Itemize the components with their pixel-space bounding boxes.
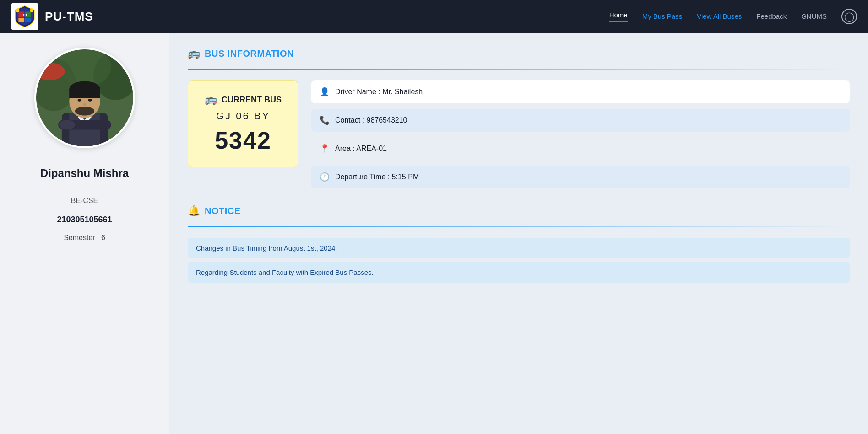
location-icon: 📍 [320,144,330,154]
bus-card-label: 🚌 CURRENT BUS [205,94,282,106]
svg-rect-2 [18,18,24,22]
svg-point-20 [77,99,81,102]
divider-top [26,163,143,163]
svg-point-26 [94,120,110,129]
divider-mid1 [26,188,143,188]
person-icon: 👤 [320,87,330,97]
nav-menu: Home My Bus Pass View All Buses Feedback… [609,9,857,24]
avatar [34,48,135,148]
bus-plate-line2: 5342 [215,127,271,154]
notice-divider [188,226,850,227]
notice-heading: NOTICE [205,206,241,216]
logo-box: PU [11,3,38,30]
contact-text: Contact : 9876543210 [335,116,407,124]
nav-link-view-buses[interactable]: View All Buses [697,12,742,20]
student-id: 210305105661 [57,215,112,225]
svg-point-22 [83,103,86,107]
svg-point-5 [16,8,19,12]
area-text: Area : AREA-01 [335,145,387,153]
svg-point-11 [58,48,111,87]
brand-name: PU-TMS [45,10,93,24]
nav-link-feedback[interactable]: Feedback [756,12,787,20]
bus-icon: 🚌 [188,48,200,59]
bell-icon: 🔔 [188,205,200,217]
notice-item-1[interactable]: Changes in Bus Timing from August 1st, 2… [188,238,850,258]
svg-rect-19 [69,89,100,98]
student-name: Dipanshu Mishra [40,167,129,180]
user-profile-icon[interactable]: ◯ [841,9,857,24]
departure-row: 🕐 Departure Time : 5:15 PM [311,166,850,188]
avatar-image [36,48,133,148]
nav-item-view-buses[interactable]: View All Buses [697,12,742,21]
notice-section: 🔔 NOTICE Changes in Bus Timing from Augu… [188,205,850,283]
notice-item-2[interactable]: Regarding Students and Faculty with Expi… [188,262,850,283]
notice-title: 🔔 NOTICE [188,205,850,217]
sidebar: Dipanshu Mishra BE-CSE 210305105661 Seme… [0,33,169,434]
brand-logo: PU PU-TMS [11,3,93,30]
nav-item-home[interactable]: Home [609,11,628,22]
driver-name-row: 👤 Driver Name : Mr. Shailesh [311,80,850,103]
bus-card-label-text: CURRENT BUS [222,95,282,105]
bus-info-divider [188,69,850,70]
area-row: 📍 Area : AREA-01 [311,137,850,160]
svg-rect-3 [25,18,31,22]
svg-rect-14 [69,113,100,146]
navbar: PU PU-TMS Home My Bus Pass View All Buse… [0,0,868,33]
nav-item-user[interactable]: ◯ [841,9,857,24]
nav-item-bus-pass[interactable]: My Bus Pass [642,12,683,21]
nav-item-gnums[interactable]: GNUMS [801,12,827,21]
nav-item-feedback[interactable]: Feedback [756,12,787,21]
departure-text: Departure Time : 5:15 PM [335,173,419,181]
bus-info-title: 🚌 BUS INFORMATION [188,48,850,59]
clock-icon: 🕐 [320,172,330,182]
svg-point-21 [88,99,92,102]
phone-icon: 📞 [320,115,330,125]
svg-point-25 [59,120,75,129]
svg-point-23 [75,107,94,115]
svg-text:PU: PU [23,14,27,17]
bus-plate-line1: GJ 06 BY [216,110,270,122]
university-logo-svg: PU [13,5,36,28]
student-course: BE-CSE [71,197,98,205]
current-bus-card: 🚌 CURRENT BUS GJ 06 BY 5342 [188,80,298,167]
bus-details: 👤 Driver Name : Mr. Shailesh 📞 Contact :… [311,80,850,188]
bus-info-row: 🚌 CURRENT BUS GJ 06 BY 5342 👤 Driver Nam… [188,80,850,188]
bus-info-heading: BUS INFORMATION [205,48,294,59]
svg-point-6 [30,8,33,12]
driver-name-text: Driver Name : Mr. Shailesh [335,88,423,96]
nav-link-gnums[interactable]: GNUMS [801,12,827,20]
bus-card-icon: 🚌 [205,94,217,106]
contact-row: 📞 Contact : 9876543210 [311,109,850,132]
student-semester: Semester : 6 [64,234,105,242]
nav-link-bus-pass[interactable]: My Bus Pass [642,12,683,20]
main-content: 🚌 BUS INFORMATION 🚌 CURRENT BUS GJ 06 BY… [169,33,868,434]
notice-list: Changes in Bus Timing from August 1st, 2… [188,238,850,283]
nav-link-home[interactable]: Home [609,11,628,19]
page-content: Dipanshu Mishra BE-CSE 210305105661 Seme… [0,33,868,434]
